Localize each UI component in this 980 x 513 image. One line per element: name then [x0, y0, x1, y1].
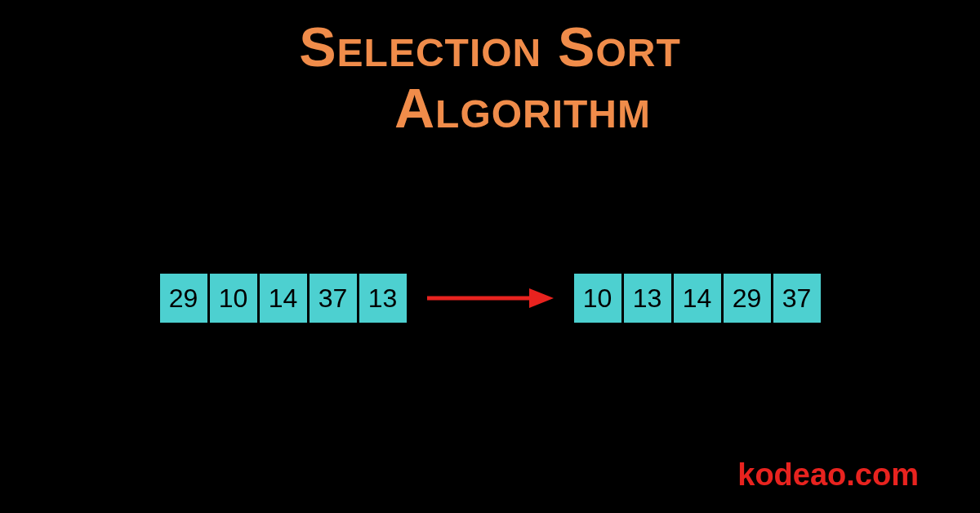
array-cell: 14 [674, 274, 721, 323]
array-cell: 13 [624, 274, 671, 323]
array-cell: 29 [724, 274, 771, 323]
footer-branding: kodeao.com [737, 457, 919, 493]
svg-marker-1 [529, 288, 554, 308]
array-cell: 14 [260, 274, 307, 323]
array-cell: 13 [359, 274, 407, 323]
array-cell: 10 [210, 274, 257, 323]
array-cell: 10 [574, 274, 621, 323]
arrow-container [427, 282, 554, 314]
arrays-container: 29 10 14 37 13 10 13 14 29 37 [0, 274, 980, 323]
arrow-right-icon [427, 286, 554, 310]
page-title: Selection Sort Algorithm [0, 16, 980, 139]
array-cell: 37 [310, 274, 357, 323]
title-line-2: Algorithm [0, 78, 980, 139]
sorted-array: 10 13 14 29 37 [574, 274, 821, 323]
unsorted-array: 29 10 14 37 13 [160, 274, 407, 323]
array-cell: 29 [160, 274, 207, 323]
array-cell: 37 [773, 274, 821, 323]
title-line-1: Selection Sort [0, 16, 980, 78]
